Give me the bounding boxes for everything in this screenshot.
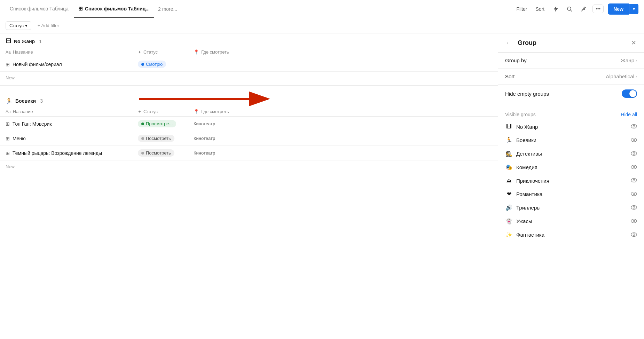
row-status-cell: Просмотре... xyxy=(138,120,194,127)
more-options-button[interactable]: ••• xyxy=(592,5,604,13)
table-row[interactable]: ⊞ Меню Посмотреть Кинотеатр xyxy=(0,131,498,146)
share-icon xyxy=(581,6,586,12)
hide-empty-row[interactable]: Hide empty groups xyxy=(498,85,644,103)
tab-2[interactable]: ⊞ Список фильмов Таблиц... xyxy=(74,0,154,18)
chevron-down-icon: ▾ xyxy=(633,7,635,11)
tab-bar: Список фильмов Таблица ⊞ Список фильмов … xyxy=(0,0,644,18)
new-button-chevron[interactable]: ▾ xyxy=(629,4,638,14)
new-row-1[interactable]: New xyxy=(0,72,498,84)
badge-dot xyxy=(141,137,144,140)
filter-bar: Статус ▾ + Add filter xyxy=(0,18,644,33)
badge-dot xyxy=(141,123,144,125)
group-by-value: Жанр › xyxy=(621,57,637,63)
status-badge: Просмотре... xyxy=(138,120,176,127)
visible-groups-header: Visible groups Hide all xyxy=(498,106,644,120)
status-icon-2: ✦ xyxy=(138,109,141,114)
filter-button[interactable]: Filter xyxy=(514,5,529,13)
status-badge: Посмотреть xyxy=(138,135,174,142)
svg-point-16 xyxy=(631,205,637,209)
status-filter-chip[interactable]: Статус ▾ xyxy=(6,21,31,30)
col-name-header-2: Aa Название xyxy=(6,109,138,114)
location-icon-1: 📍 xyxy=(194,49,199,55)
svg-point-7 xyxy=(633,139,635,141)
row-name-cell: ⊞ Темный рыцарь: Возрождение легенды xyxy=(6,150,138,156)
group-list-item[interactable]: ✨ Фантастика xyxy=(498,228,644,242)
no-zhanr-list-icon: 🎞 xyxy=(505,124,513,130)
right-panel: ← Group ✕ Group by Жанр › Sort Alphabeti… xyxy=(498,33,644,339)
group-list-item[interactable]: ⛰ Приключения xyxy=(498,174,644,187)
sort-button[interactable]: Sort xyxy=(534,5,547,13)
search-icon-button[interactable] xyxy=(565,4,574,14)
table-row[interactable]: ⊞ Темный рыцарь: Возрождение легенды Пос… xyxy=(0,146,498,160)
panel-back-button[interactable]: ← xyxy=(504,39,514,47)
group-divider-1 xyxy=(0,85,498,86)
row-where-cell: Кинотеатр xyxy=(194,136,256,141)
col-where-header-2: 📍 Где смотреть xyxy=(194,109,256,114)
svg-point-17 xyxy=(633,206,635,208)
toggle-knob xyxy=(629,90,636,97)
eye-icon[interactable] xyxy=(631,191,637,197)
boeviki-name: Боевики xyxy=(15,98,36,104)
row-status-cell: Посмотреть xyxy=(138,135,194,142)
komediya-list-icon: 🎭 xyxy=(505,164,513,171)
eye-icon[interactable] xyxy=(631,137,637,143)
panel-close-button[interactable]: ✕ xyxy=(629,38,638,47)
aa-icon-1: Aa xyxy=(6,50,11,55)
group-list-item[interactable]: 👻 Ужасы xyxy=(498,214,644,228)
eye-icon[interactable] xyxy=(631,124,637,130)
svg-point-6 xyxy=(631,138,637,142)
status-badge: Посмотреть xyxy=(138,149,174,157)
group-by-row[interactable]: Group by Жанр › xyxy=(498,53,644,69)
new-row-2[interactable]: New xyxy=(0,160,498,173)
chevron-down-icon: ▾ xyxy=(25,23,28,28)
no-zhanr-count: 1 xyxy=(39,39,42,44)
no-zhanr-list-name: No Жанр xyxy=(516,124,627,130)
table-row[interactable]: ⊞ Топ Ган: Мэверик Просмотре... Кинотеат… xyxy=(0,117,498,131)
hide-all-button[interactable]: Hide all xyxy=(621,112,637,117)
thrillery-list-icon: 🔊 xyxy=(505,204,513,211)
svg-point-12 xyxy=(631,179,637,182)
fantastika-list-name: Фантастика xyxy=(516,232,627,238)
boeviki-count: 3 xyxy=(40,98,43,104)
group-list-item[interactable]: 🎞 No Жанр xyxy=(498,120,644,133)
group-no-zhanr-header[interactable]: 🎞 No Жанр 1 xyxy=(0,33,498,47)
eye-icon[interactable] xyxy=(631,218,637,224)
group-list-item[interactable]: ❤ Романтика xyxy=(498,187,644,201)
table-area: 🎞 No Жанр 1 Aa Название ✦ Статус 📍 Где с… xyxy=(0,33,498,339)
film-icon: ⊞ xyxy=(6,121,10,127)
col-status-header-2: ✦ Статус xyxy=(138,109,194,114)
lightning-icon-button[interactable] xyxy=(551,4,560,14)
hide-empty-toggle[interactable] xyxy=(622,89,637,98)
add-filter-button[interactable]: + Add filter xyxy=(34,22,63,30)
main-wrapper: 🎞 No Жанр 1 Aa Название ✦ Статус 📍 Где с… xyxy=(0,33,644,339)
svg-point-11 xyxy=(633,166,635,168)
panel-header: ← Group ✕ xyxy=(498,33,644,53)
boeviki-list-icon: 🏃 xyxy=(505,137,513,143)
eye-icon[interactable] xyxy=(631,178,637,184)
chevron-right-icon: › xyxy=(636,58,637,63)
film-icon: ⊞ xyxy=(6,136,10,141)
uzhasy-list-name: Ужасы xyxy=(516,218,627,224)
table-row[interactable]: ⊞ Новый фильм/сериал Смотрю xyxy=(0,57,498,72)
row-name-cell: ⊞ Топ Ган: Мэверик xyxy=(6,121,138,127)
group-list-item[interactable]: 🔊 Триллеры xyxy=(498,201,644,214)
share-icon-button[interactable] xyxy=(579,4,588,14)
col-status-header-1: ✦ Статус xyxy=(138,49,194,55)
group-list-item[interactable]: 🏃 Боевики xyxy=(498,133,644,147)
group-boeviki-header[interactable]: 🏃 Боевики 3 xyxy=(0,93,498,107)
eye-icon[interactable] xyxy=(631,164,637,171)
group-list-item[interactable]: 🎭 Комедия xyxy=(498,160,644,174)
boeviki-list-name: Боевики xyxy=(516,137,627,143)
panel-title: Group xyxy=(518,39,626,47)
sort-row[interactable]: Sort Alphabetical › xyxy=(498,69,644,85)
no-zhanr-icon: 🎞 xyxy=(6,38,11,45)
no-zhanr-name: No Жанр xyxy=(14,39,35,44)
eye-icon[interactable] xyxy=(631,232,637,238)
eye-icon[interactable] xyxy=(631,151,637,157)
group-list-item[interactable]: 🕵 Детективы xyxy=(498,147,644,160)
tab-more[interactable]: 2 more... xyxy=(155,6,180,12)
new-button[interactable]: New xyxy=(608,3,629,15)
eye-icon[interactable] xyxy=(631,205,637,211)
svg-point-4 xyxy=(631,125,637,128)
tab-1[interactable]: Список фильмов Таблица xyxy=(6,0,73,18)
